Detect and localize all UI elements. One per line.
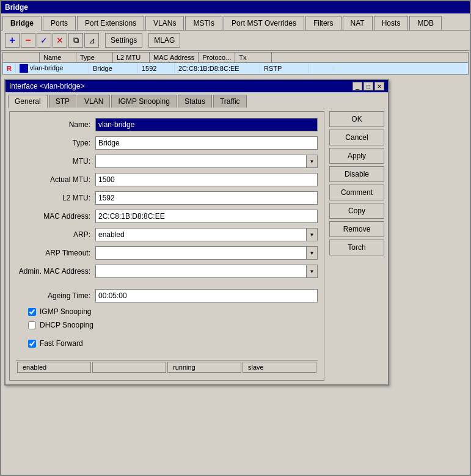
dialog-tab-general[interactable]: General [8,95,48,108]
tab-ports[interactable]: Ports [43,16,76,30]
dialog-tab-traffic[interactable]: Traffic [213,95,247,108]
remove-button[interactable]: − [21,33,35,48]
admin-mac-select[interactable]: ▼ [95,265,318,278]
type-label: Type: [16,139,95,147]
toolbar: + − ✓ ✕ ⧉ ⊿ Settings MLAG [1,31,470,51]
header-tx: Tx [235,53,272,62]
dialog-tab-stp[interactable]: STP [49,95,76,108]
remove-btn[interactable]: Remove [329,221,384,237]
status-middle [92,362,166,373]
apply-button[interactable]: Apply [329,148,384,164]
tab-hosts[interactable]: Hosts [374,16,409,30]
type-row: Type: [16,136,318,150]
title-bar: Bridge [1,1,470,13]
row-protocol: RSTP [260,64,309,73]
header-mac: MAC Address [150,53,199,62]
tab-port-extensions[interactable]: Port Extensions [77,16,144,30]
admin-mac-label: Admin. MAC Address: [16,267,95,276]
name-input[interactable] [95,118,318,131]
filter-button[interactable]: ⊿ [84,33,99,48]
x-button[interactable]: ✕ [53,33,67,48]
header-protocol: Protoco... [199,53,235,62]
dhcp-snooping-row: DHCP Snooping [16,321,318,329]
dhcp-snooping-checkbox[interactable] [28,321,36,329]
interface-icon [20,64,28,73]
arp-value: enabled [96,230,306,239]
name-row: Name: [16,118,318,131]
type-input [95,136,318,150]
window-title: Bridge [5,3,28,12]
tab-port-mst-overrides[interactable]: Port MST Overrides [224,16,304,30]
ageing-input[interactable] [95,289,318,302]
dialog-tab-vlan[interactable]: VLAN [78,95,110,108]
torch-button[interactable]: Torch [329,240,384,255]
mtu-label: MTU: [16,157,95,166]
tab-nat[interactable]: NAT [343,16,373,30]
disable-button[interactable]: Disable [329,166,384,182]
mac-input [95,210,318,223]
dhcp-snooping-label: DHCP Snooping [40,321,93,329]
settings-button[interactable]: Settings [105,33,142,48]
comment-button[interactable]: Comment [329,185,384,200]
main-window: Bridge Bridge Ports Port Extensions VLAN… [0,0,471,476]
tab-bridge[interactable]: Bridge [2,16,42,31]
mtu-select[interactable]: ▼ [95,155,318,168]
l2mtu-row: L2 MTU: [16,191,318,205]
mtu-dropdown-arrow[interactable]: ▼ [306,155,317,167]
tab-mstis[interactable]: MSTIs [185,16,222,30]
row-name: vlan-bridge [16,63,89,74]
status-enabled: enabled [17,362,91,373]
ok-button[interactable]: OK [329,111,384,127]
igmp-snooping-row: IGMP Snooping [16,307,318,316]
actual-mtu-label: Actual MTU: [16,175,95,184]
dialog-minimize-button[interactable]: _ [352,82,362,90]
arp-timeout-select[interactable]: ▼ [95,246,318,260]
tab-mdb[interactable]: MDB [409,16,442,30]
copy-btn[interactable]: Copy [329,203,384,219]
arp-label: ARP: [16,230,95,239]
dialog-status-bar: enabled running slave [16,360,318,374]
ageing-label: Ageing Time: [16,291,95,300]
content-area: Interface <vlan-bridge> _ □ ✕ General ST… [1,76,470,475]
igmp-snooping-label: IGMP Snooping [40,307,92,316]
dialog-close-button[interactable]: ✕ [374,82,384,90]
dialog-status-area: enabled running slave [16,360,318,374]
arp-row: ARP: enabled ▼ [16,228,318,241]
add-button[interactable]: + [5,33,20,48]
table-area: Name Type L2 MTU MAC Address Protoco... … [2,52,469,75]
dialog-maximize-button[interactable]: □ [363,82,373,90]
name-label: Name: [16,120,95,129]
arp-select[interactable]: enabled ▼ [95,228,318,241]
row-tx [309,67,334,70]
dialog-tab-status[interactable]: Status [178,95,212,108]
fast-forward-checkbox[interactable] [28,340,36,348]
cancel-button[interactable]: Cancel [329,130,384,145]
row-indicator: R [3,64,16,73]
dialog-tab-igmp-snooping[interactable]: IGMP Snooping [111,95,177,108]
igmp-snooping-checkbox[interactable] [28,308,36,316]
tab-filters[interactable]: Filters [305,16,341,30]
copy-button[interactable]: ⧉ [68,33,83,48]
tab-vlans[interactable]: VLANs [145,16,184,30]
row-type: Bridge [89,64,138,73]
dialog-title-text: Interface <vlan-bridge> [9,82,84,90]
main-tab-bar: Bridge Ports Port Extensions VLANs MSTIs… [1,13,470,31]
admin-mac-row: Admin. MAC Address: ▼ [16,265,318,278]
dialog-buttons: OK Cancel Apply Disable Comment Copy Rem… [329,111,384,381]
arp-dropdown-arrow[interactable]: ▼ [306,229,317,241]
ageing-row: Ageing Time: [16,289,318,305]
header-name: Name [40,53,76,62]
row-mac: 2C:C8:1B:D8:8C:EE [175,64,260,73]
mac-row: MAC Address: [16,210,318,223]
admin-mac-dropdown-arrow[interactable]: ▼ [306,265,317,277]
l2mtu-input [95,191,318,205]
check-button[interactable]: ✓ [37,33,51,48]
row-l2mtu: 1592 [138,64,175,73]
dialog-title-bar: Interface <vlan-bridge> _ □ ✕ [5,80,388,92]
table-row[interactable]: R vlan-bridge Bridge 1592 2C:C8:1B:D8:8C… [3,63,468,74]
arp-timeout-dropdown-arrow[interactable]: ▼ [306,247,317,259]
fast-forward-row: Fast Forward [16,339,318,348]
status-slave: slave [243,362,316,373]
mlag-button[interactable]: MLAG [148,33,180,48]
arp-timeout-label: ARP Timeout: [16,249,95,257]
